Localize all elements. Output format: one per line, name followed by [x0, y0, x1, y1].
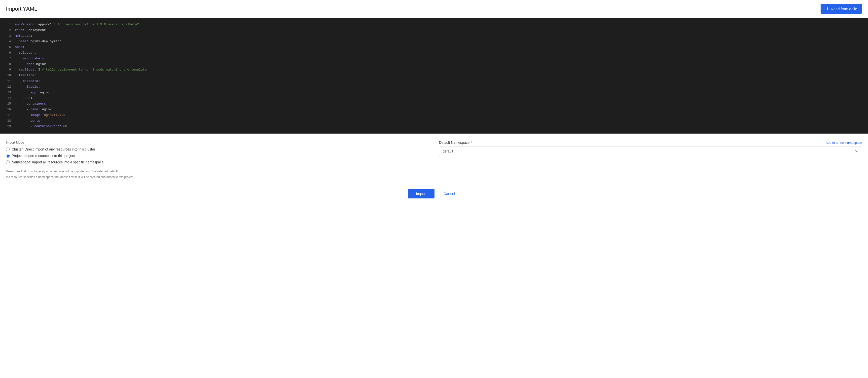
yaml-plain	[15, 113, 30, 117]
yaml-plain: :	[59, 124, 63, 128]
radio-item-project[interactable]: Project: Import resources into this proj…	[6, 154, 429, 158]
namespace-label: Default Namespace *	[439, 141, 472, 145]
code-line: 17 image: nginx:1.7.9	[0, 113, 868, 118]
yaml-plain	[15, 74, 19, 77]
header: Import YAML ⬆ Read from a file	[0, 0, 868, 18]
yaml-plain: :	[40, 119, 42, 123]
line-number: 17	[4, 113, 11, 118]
yaml-key: spec	[23, 96, 30, 100]
yaml-plain: :	[23, 28, 27, 32]
add-namespace-link[interactable]: Add to a new namespace	[826, 141, 862, 145]
yaml-key: spec	[15, 45, 23, 49]
help-text-line2: If a resource specifies a namespace that…	[6, 175, 429, 180]
line-content: ports:	[15, 118, 42, 124]
line-content: replicas: 3 # tells deployment to run 2 …	[15, 67, 147, 72]
code-line: 5spec:	[0, 45, 868, 50]
code-line: 15 containers:	[0, 101, 868, 107]
yaml-key: template	[19, 74, 34, 77]
code-line: 1apiVersion: apps/v1 # for versions befo…	[0, 22, 868, 28]
import-mode-radio-group: Cluster: Direct import of any resources …	[6, 147, 429, 164]
yaml-plain	[15, 91, 30, 94]
radio-input-namespace[interactable]	[6, 161, 10, 164]
namespace-select[interactable]: default	[439, 147, 862, 156]
line-content: apiVersion: apps/v1 # for versions befor…	[15, 22, 139, 27]
yaml-value: nginx-deployment	[30, 39, 61, 43]
radio-label-namespace: Namespace: Import all resources into a s…	[12, 160, 103, 164]
line-content: matchLabels:	[15, 56, 46, 61]
line-number: 2	[4, 28, 11, 33]
yaml-plain: :	[34, 74, 36, 77]
import-mode-section: Import Mode Cluster: Direct import of an…	[6, 141, 429, 180]
import-button[interactable]: Import	[408, 189, 434, 198]
code-line: 19 - containerPort: 80	[0, 124, 868, 129]
code-line: 9 replicas: 3 # tells deployment to run …	[0, 67, 868, 73]
yaml-plain: :	[30, 96, 32, 100]
code-line: 6 selector:	[0, 50, 868, 56]
yaml-plain: :	[34, 68, 38, 71]
yaml-value: nginx	[42, 108, 52, 111]
yaml-plain: :	[38, 108, 42, 111]
page-wrapper: Import YAML ⬆ Read from a file 1apiVersi…	[0, 0, 868, 378]
line-content: selector:	[15, 51, 36, 56]
code-line: 2kind: Deployment	[0, 28, 868, 33]
yaml-plain	[15, 96, 23, 100]
yaml-plain: :	[38, 85, 40, 89]
yaml-string: nginx:1.7.9	[44, 113, 65, 117]
line-number: 11	[4, 79, 11, 84]
yaml-number: 80	[63, 124, 67, 128]
yaml-key: labels	[27, 85, 38, 89]
yaml-plain	[15, 119, 30, 123]
help-text: Resources that do not specify a namespac…	[6, 169, 429, 180]
yaml-key: ports	[30, 119, 40, 123]
yaml-comment: # for versions before 1.9.0 use apps/v1b…	[52, 23, 139, 26]
yaml-plain: -	[15, 108, 30, 111]
radio-item-cluster[interactable]: Cluster: Direct import of any resources …	[6, 147, 429, 151]
cancel-button[interactable]: Cancel	[438, 189, 460, 198]
line-content: image: nginx:1.7.9	[15, 113, 65, 118]
yaml-plain: :	[32, 62, 36, 66]
line-number: 1	[4, 22, 11, 27]
line-content: labels:	[15, 84, 40, 90]
yaml-key: image	[30, 113, 40, 117]
line-number: 6	[4, 51, 11, 55]
yaml-plain: :	[46, 102, 48, 106]
yaml-plain	[15, 39, 19, 43]
code-line: 4 name: nginx-deployment	[0, 39, 868, 45]
radio-label-project: Project: Import resources into this proj…	[12, 154, 75, 158]
line-number: 18	[4, 119, 11, 123]
code-line: 12 labels:	[0, 84, 868, 90]
yaml-plain: :	[44, 57, 46, 60]
yaml-plain: -	[15, 124, 34, 128]
line-number: 15	[4, 101, 11, 106]
line-content: spec:	[15, 45, 25, 50]
yaml-key: name	[30, 108, 38, 111]
line-number: 8	[4, 62, 11, 67]
line-content: app: nginx	[15, 90, 50, 95]
radio-input-cluster[interactable]	[6, 147, 10, 151]
line-number: 10	[4, 73, 11, 78]
yaml-plain: :	[40, 113, 44, 117]
yaml-plain: :	[34, 51, 36, 55]
read-from-file-button[interactable]: ⬆ Read from a file	[820, 4, 862, 14]
line-number: 16	[4, 107, 11, 112]
help-text-line1: Resources that do not specify a namespac…	[6, 169, 429, 174]
code-editor[interactable]: 1apiVersion: apps/v1 # for versions befo…	[0, 18, 868, 134]
line-content: name: nginx-deployment	[15, 39, 61, 44]
yaml-plain	[15, 79, 23, 83]
line-content: spec:	[15, 96, 32, 101]
radio-input-project[interactable]	[6, 154, 10, 158]
yaml-key: kind	[15, 28, 23, 32]
yaml-plain	[15, 85, 27, 89]
code-line: 8 app: nginx	[0, 62, 868, 67]
line-content: containers:	[15, 101, 48, 107]
radio-item-namespace[interactable]: Namespace: Import all resources into a s…	[6, 160, 429, 164]
yaml-value: apps/v1	[38, 23, 52, 26]
namespace-section: Default Namespace * Add to a new namespa…	[439, 141, 862, 156]
line-content: kind: Deployment	[15, 28, 46, 33]
radio-label-cluster: Cluster: Direct import of any resources …	[12, 147, 95, 151]
line-number: 9	[4, 67, 11, 72]
yaml-key: name	[19, 39, 27, 43]
line-content: app: nginx	[15, 62, 46, 67]
yaml-value: nginx	[36, 62, 46, 66]
required-star: *	[471, 141, 472, 145]
